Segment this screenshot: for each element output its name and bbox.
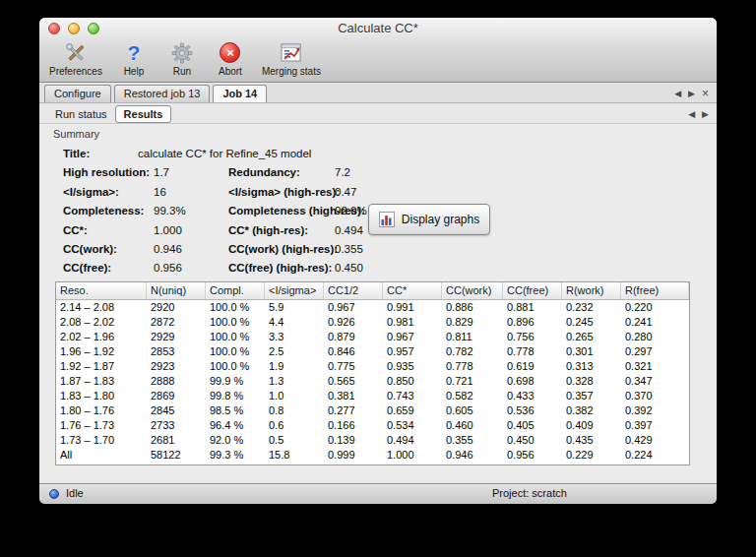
table-cell: 0.886: [442, 300, 503, 315]
column-header[interactable]: CC1/2: [324, 282, 383, 299]
tab-scroll-left-icon[interactable]: ◀: [688, 109, 695, 119]
table-cell: 0.297: [621, 344, 689, 359]
table-cell: 0.355: [442, 433, 503, 448]
table-cell: 0.392: [621, 403, 689, 418]
table-row[interactable]: 1.92 – 1.872923100.0 %1.90.7750.9350.778…: [56, 359, 689, 374]
tab-scroll-right-icon[interactable]: ▶: [702, 109, 709, 119]
table-row[interactable]: 1.76 – 1.73273396.4 %0.60.1660.5340.4600…: [56, 418, 689, 433]
table-cell: 2.5: [265, 344, 324, 359]
table-cell: 100.0 %: [206, 344, 265, 359]
tab-configure[interactable]: Configure: [44, 85, 111, 102]
table-row[interactable]: 1.96 – 1.922853100.0 %2.50.8460.9570.782…: [56, 344, 689, 359]
table-cell: 0.967: [383, 330, 442, 344]
toolbar-item-preferences[interactable]: Preferences: [49, 39, 102, 77]
table-body: 2.14 – 2.082920100.0 %5.90.9670.9910.886…: [56, 300, 689, 463]
column-header[interactable]: Reso.: [56, 282, 147, 299]
table-cell: 1.000: [383, 448, 442, 463]
table-cell: 2.08 – 2.02: [56, 315, 147, 330]
toolbar-item-help[interactable]: ? Help: [117, 39, 151, 77]
table-cell: 2845: [147, 403, 206, 418]
table-row[interactable]: 2.02 – 1.962929100.0 %3.30.8790.9670.811…: [56, 330, 689, 344]
summary-value: 0.946: [154, 243, 182, 255]
toolbar-item-abort[interactable]: × Abort: [214, 39, 247, 77]
table-cell: 3.3: [265, 330, 324, 344]
table-cell: All: [56, 448, 147, 463]
table-row[interactable]: 1.80 – 1.76284598.5 %0.80.2770.6590.6050…: [56, 403, 689, 418]
summary-value: calculate CC* for Refine_45 model: [138, 148, 311, 159]
status-text: Idle: [66, 487, 84, 499]
table-cell: 99.8 %: [206, 389, 265, 403]
tab-results[interactable]: Results: [115, 105, 172, 123]
table-row[interactable]: All5812299.3 %15.80.9991.0000.9460.9560.…: [56, 448, 689, 463]
column-header[interactable]: N(uniq): [147, 282, 206, 299]
table-cell: 0.778: [503, 344, 562, 359]
job-tab-bar: Configure Restored job 13 Job 14 ◀ ▶ ×: [39, 84, 717, 103]
table-cell: 2872: [147, 315, 206, 330]
summary-value: 92.0%: [335, 205, 367, 217]
summary-value: 7.2: [335, 166, 350, 178]
display-graphs-button[interactable]: Display graphs: [368, 204, 490, 235]
table-cell: 0.245: [562, 315, 621, 330]
view-tab-bar: Run status Results ◀ ▶: [39, 104, 717, 124]
summary-row: CC(free): 0.956 CC(free) (high-res): 0.4…: [39, 260, 717, 278]
table-cell: 0.328: [562, 374, 621, 389]
toolbar-item-merging-stats[interactable]: Merging stats: [262, 39, 321, 77]
app-window: Calculate CC* Preferences ? Help: [39, 18, 717, 504]
toolbar-item-label: Abort: [219, 66, 242, 77]
summary-value: 0.47: [335, 186, 356, 198]
table-row[interactable]: 1.83 – 1.80286999.8 %1.00.3810.7430.5820…: [56, 389, 689, 403]
table-cell: 0.8: [265, 403, 324, 418]
window-controls: [48, 23, 99, 34]
toolbar-item-label: Preferences: [49, 66, 102, 77]
table-row[interactable]: 1.87 – 1.83288899.9 %1.30.5650.8500.7210…: [56, 374, 689, 389]
tab-restored-job-13[interactable]: Restored job 13: [114, 85, 211, 102]
summary-label: CC*:: [63, 224, 88, 236]
table-cell: 0.850: [383, 374, 442, 389]
table-cell: 0.450: [503, 433, 562, 448]
table-cell: 0.778: [442, 359, 503, 374]
column-header[interactable]: Compl.: [206, 282, 265, 299]
column-header[interactable]: R(free): [621, 282, 689, 299]
table-cell: 2733: [147, 418, 206, 433]
table-row[interactable]: 2.08 – 2.022872100.0 %4.40.9260.9810.829…: [56, 315, 689, 330]
table-cell: 0.536: [503, 403, 562, 418]
table-cell: 0.879: [324, 330, 383, 344]
table-cell: 0.229: [562, 448, 621, 463]
tab-close-icon[interactable]: ×: [702, 88, 709, 99]
table-cell: 0.981: [383, 315, 442, 330]
tab-scroll-right-icon[interactable]: ▶: [688, 89, 695, 98]
tab-run-status[interactable]: Run status: [47, 106, 115, 122]
table-cell: 0.321: [621, 359, 689, 374]
column-header[interactable]: <I/sigma>: [265, 282, 324, 299]
table-cell: 1.80 – 1.76: [56, 403, 147, 418]
toolbar-item-run[interactable]: Run: [165, 39, 199, 77]
table-row[interactable]: 2.14 – 2.082920100.0 %5.90.9670.9910.886…: [56, 300, 689, 315]
column-header[interactable]: R(work): [562, 282, 621, 299]
table-cell: 0.926: [324, 315, 383, 330]
table-cell: 0.405: [503, 418, 562, 433]
minimize-button[interactable]: [68, 23, 80, 34]
summary-label: Redundancy:: [228, 166, 300, 178]
summary-row: <I/sigma>: 16 <I/sigma> (high-res): 0.47: [39, 184, 717, 203]
summary-label: CC* (high-res):: [228, 224, 308, 236]
table-cell: 92.0 %: [206, 433, 265, 448]
table-cell: 2929: [147, 330, 206, 344]
close-button[interactable]: [48, 23, 60, 34]
tab-scroll-left-icon[interactable]: ◀: [674, 89, 681, 98]
table-cell: 0.698: [503, 374, 562, 389]
summary-value: 0.355: [335, 243, 363, 255]
column-header[interactable]: CC*: [383, 282, 442, 299]
summary-value: 0.450: [335, 262, 363, 274]
column-header[interactable]: CC(work): [442, 282, 503, 299]
summary-label: <I/sigma>:: [63, 186, 119, 198]
table-row[interactable]: 1.73 – 1.70268192.0 %0.50.1390.4940.3550…: [56, 433, 689, 448]
table-cell: 2920: [147, 300, 206, 315]
table-cell: 4.4: [265, 315, 324, 330]
tab-job-14[interactable]: Job 14: [213, 85, 267, 102]
summary-row-title: Title: calculate CC* for Refine_45 model: [39, 146, 717, 164]
table-cell: 0.232: [562, 300, 621, 315]
column-header[interactable]: CC(free): [503, 282, 562, 299]
section-label: Summary: [53, 128, 99, 140]
summary-row: CC(work): 0.946 CC(work) (high-res): 0.3…: [39, 241, 717, 260]
table-cell: 100.0 %: [206, 315, 265, 330]
